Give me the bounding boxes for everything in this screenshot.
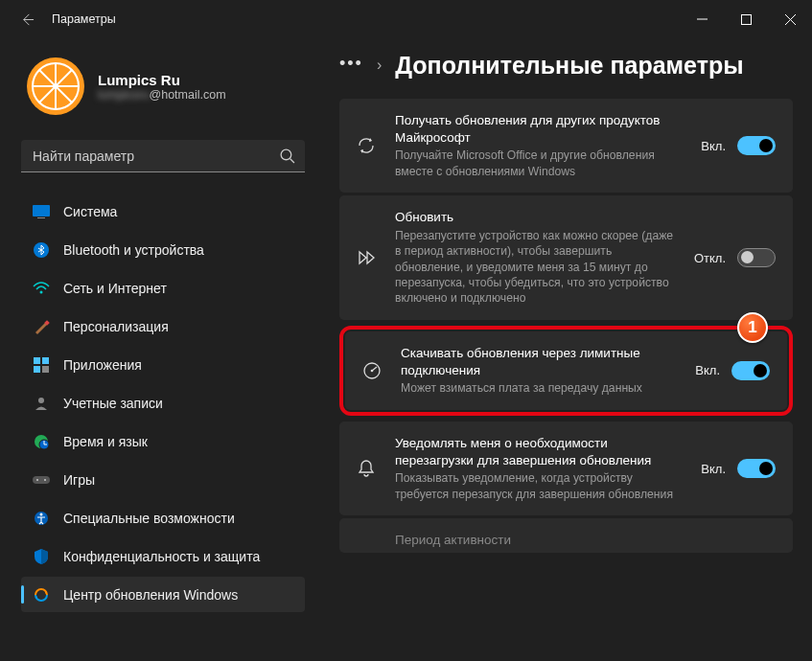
window-title: Параметры bbox=[52, 12, 116, 26]
apps-icon bbox=[33, 356, 50, 374]
setting-desc: Получайте Microsoft Office и другие обно… bbox=[395, 148, 685, 179]
profile-block[interactable]: Lumpics Ru lumpicsru@hotmail.com bbox=[21, 57, 305, 115]
titlebar: Параметры bbox=[0, 0, 812, 38]
annotation-badge: 1 bbox=[737, 312, 768, 343]
svg-rect-19 bbox=[34, 366, 40, 373]
bell-icon bbox=[353, 458, 380, 479]
clock-globe-icon bbox=[33, 433, 50, 450]
toggle-state-label: Вкл. bbox=[701, 462, 726, 476]
annotation-highlight: 1 Скачивать обновления через лимитные по… bbox=[339, 326, 793, 416]
sync-icon bbox=[353, 135, 380, 156]
system-icon bbox=[33, 203, 50, 220]
close-button[interactable] bbox=[768, 0, 812, 38]
svg-rect-1 bbox=[741, 14, 751, 24]
bluetooth-icon bbox=[33, 241, 50, 259]
settings-window: Параметры Lumpics Ru lumpicsru@hotmail.c… bbox=[0, 0, 812, 661]
nav-list: Система Bluetooth и устройства Сеть и Ин… bbox=[21, 194, 305, 612]
svg-rect-17 bbox=[34, 357, 40, 364]
minimize-button[interactable] bbox=[680, 0, 724, 38]
setting-title: Скачивать обновления через лимитные подк… bbox=[401, 345, 680, 379]
sidebar-item-privacy[interactable]: Конфиденциальность и защита bbox=[21, 538, 305, 574]
svg-point-26 bbox=[44, 479, 46, 481]
sidebar-item-accounts[interactable]: Учетные записи bbox=[21, 385, 305, 421]
toggle-switch[interactable] bbox=[737, 459, 776, 478]
main-content: ••• › Дополнительные параметры Получать … bbox=[316, 38, 812, 661]
sidebar-item-system[interactable]: Система bbox=[21, 194, 305, 229]
setting-restart-asap: Обновить Перезапустите устройство как мо… bbox=[339, 195, 793, 320]
profile-name: Lumpics Ru bbox=[98, 72, 226, 88]
svg-rect-13 bbox=[37, 217, 45, 218]
avatar bbox=[27, 57, 84, 115]
svg-point-15 bbox=[40, 290, 43, 293]
setting-title: Обновить bbox=[395, 209, 679, 226]
sidebar-item-label: Приложения bbox=[63, 357, 142, 373]
search-box[interactable] bbox=[21, 140, 305, 172]
accessibility-icon bbox=[33, 510, 50, 527]
update-icon bbox=[33, 586, 50, 604]
setting-ms-products-updates: Получать обновления для других продуктов… bbox=[339, 99, 793, 193]
setting-title: Получать обновления для других продуктов… bbox=[395, 112, 685, 147]
maximize-button[interactable] bbox=[724, 0, 768, 38]
svg-point-25 bbox=[36, 479, 38, 481]
sidebar-item-label: Учетные записи bbox=[63, 396, 163, 411]
search-input[interactable] bbox=[21, 140, 305, 172]
sidebar-item-label: Специальные возможности bbox=[63, 511, 235, 526]
search-icon bbox=[279, 148, 295, 168]
sidebar-item-accessibility[interactable]: Специальные возможности bbox=[21, 500, 305, 536]
setting-title: Уведомлять меня о необходимости перезагр… bbox=[395, 435, 685, 469]
svg-rect-18 bbox=[42, 357, 49, 364]
setting-desc: Может взиматься плата за передачу данных bbox=[401, 380, 680, 396]
sidebar: Lumpics Ru lumpicsru@hotmail.com Система… bbox=[0, 38, 316, 661]
shield-icon bbox=[33, 548, 50, 565]
sidebar-item-gaming[interactable]: Игры bbox=[21, 462, 305, 497]
toggle-state-label: Откл. bbox=[694, 251, 726, 265]
svg-point-28 bbox=[40, 513, 43, 515]
sidebar-item-windows-update[interactable]: Центр обновления Windows bbox=[21, 577, 305, 612]
toggle-switch[interactable] bbox=[737, 248, 776, 267]
gamepad-icon bbox=[33, 471, 50, 489]
sidebar-item-personalization[interactable]: Персонализация bbox=[21, 308, 305, 344]
breadcrumb-ellipsis[interactable]: ••• bbox=[339, 54, 363, 78]
svg-point-21 bbox=[38, 398, 44, 403]
setting-desc: Показывать уведомление, когда устройству… bbox=[395, 470, 685, 502]
sidebar-item-label: Игры bbox=[63, 472, 95, 488]
sidebar-item-network[interactable]: Сеть и Интернет bbox=[21, 270, 305, 306]
svg-rect-20 bbox=[42, 366, 49, 373]
svg-point-31 bbox=[371, 370, 374, 373]
brush-icon bbox=[33, 318, 50, 335]
sidebar-item-apps[interactable]: Приложения bbox=[21, 347, 305, 382]
sidebar-item-label: Сеть и Интернет bbox=[63, 281, 167, 296]
page-title: Дополнительные параметры bbox=[395, 52, 743, 80]
sidebar-item-label: Bluetooth и устройства bbox=[63, 242, 204, 258]
wifi-icon bbox=[33, 280, 50, 297]
sidebar-item-label: Центр обновления Windows bbox=[63, 587, 238, 603]
svg-line-11 bbox=[290, 159, 294, 163]
gauge-icon bbox=[359, 360, 385, 381]
svg-point-10 bbox=[281, 149, 291, 160]
fast-forward-icon bbox=[353, 247, 380, 268]
setting-desc: Перезапустите устройство как можно скоре… bbox=[395, 228, 679, 307]
person-icon bbox=[33, 395, 50, 412]
toggle-switch[interactable] bbox=[731, 361, 770, 380]
setting-partial-row: Период активности bbox=[339, 518, 793, 553]
sidebar-item-time-language[interactable]: Время и язык bbox=[21, 423, 305, 459]
sidebar-item-label: Конфиденциальность и защита bbox=[63, 549, 260, 564]
toggle-state-label: Вкл. bbox=[701, 139, 726, 153]
profile-email: lumpicsru@hotmail.com bbox=[98, 88, 226, 102]
back-button[interactable] bbox=[19, 11, 35, 27]
svg-rect-24 bbox=[33, 476, 50, 484]
sidebar-item-label: Время и язык bbox=[63, 434, 148, 449]
chevron-right-icon: › bbox=[377, 57, 382, 76]
sidebar-item-label: Система bbox=[63, 204, 117, 219]
setting-restart-notify: Уведомлять меня о необходимости перезагр… bbox=[339, 422, 793, 515]
breadcrumb: ••• › Дополнительные параметры bbox=[339, 52, 793, 80]
svg-rect-12 bbox=[33, 205, 50, 217]
setting-metered-download: Скачивать обновления через лимитные подк… bbox=[345, 331, 787, 410]
toggle-switch[interactable] bbox=[737, 136, 776, 155]
toggle-state-label: Вкл. bbox=[695, 363, 720, 377]
sidebar-item-label: Персонализация bbox=[63, 319, 169, 334]
sidebar-item-bluetooth[interactable]: Bluetooth и устройства bbox=[21, 232, 305, 267]
setting-title: Период активности bbox=[395, 532, 776, 549]
